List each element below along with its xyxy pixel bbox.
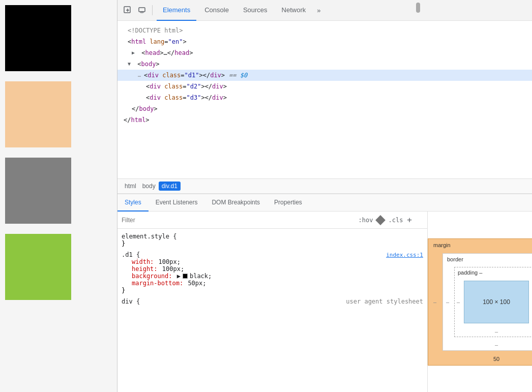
tree-line-html-close[interactable]: </html>	[117, 114, 532, 126]
prop-margin-bottom-val[interactable]: 50px;	[184, 280, 206, 287]
tab-network[interactable]: Network	[276, 0, 312, 21]
d3-end: >	[223, 93, 227, 103]
prop-height: height: 100px;	[132, 265, 423, 273]
tree-line-d1[interactable]: … <div class="d1"></div> == $0	[117, 70, 532, 81]
bm-padding-label: padding –	[458, 269, 482, 276]
inspect-element-icon[interactable]	[122, 4, 134, 16]
d1-eq-label: ==	[229, 70, 240, 80]
bm-padding-left: –	[457, 299, 460, 305]
tree-line-head[interactable]: ▶ <head>…</head>	[117, 47, 532, 58]
swatch-gray	[5, 158, 71, 224]
elements-panel: <!DOCTYPE html> <html lang="en"> ▶ <head…	[117, 21, 532, 392]
filter-diamond-icon[interactable]	[376, 215, 386, 225]
bm-border-label: border	[447, 256, 463, 262]
breadcrumb-div-d1[interactable]: div.d1	[159, 182, 181, 191]
breadcrumb-body[interactable]: body	[139, 182, 159, 191]
prop-width-name[interactable]: width:	[132, 258, 154, 265]
prop-margin-bottom-name[interactable]: margin-bottom:	[132, 280, 183, 287]
d1-dollar: $0	[240, 70, 247, 80]
html-tree: <!DOCTYPE html> <html lang="en"> ▶ <head…	[117, 21, 532, 178]
rule-element-style-selector[interactable]: element.style {	[122, 233, 176, 240]
breadcrumb-html[interactable]: html	[122, 182, 139, 191]
toolbar-separator-1	[152, 5, 153, 15]
styles-tab-styles[interactable]: Styles	[117, 194, 149, 212]
swatch-peach	[5, 81, 71, 147]
rule-d1-source[interactable]: index.css:1	[386, 252, 423, 258]
html-attr-lang: lang	[146, 37, 164, 47]
bm-padding-bottom: –	[495, 328, 498, 335]
filter-hov-button[interactable]: :hov	[359, 217, 373, 224]
d3-open: <	[146, 93, 150, 103]
body-open: <	[134, 59, 141, 69]
rule-ua: div { user agent stylesheet	[122, 298, 423, 305]
prop-height-name[interactable]: height:	[132, 265, 158, 273]
prop-height-val[interactable]: 100px;	[159, 265, 185, 273]
tree-line-d2[interactable]: <div class="d2"></div>	[117, 81, 532, 92]
filter-add-button[interactable]: +	[407, 215, 412, 225]
body-close-name: body	[139, 104, 154, 114]
tree-line-body[interactable]: ▼ <body>	[117, 58, 532, 70]
tab-more[interactable]: »	[314, 7, 323, 14]
tab-sources[interactable]: Sources	[237, 0, 274, 21]
d2-open: <	[146, 81, 150, 92]
devtools-panel: Elements Console Sources Network » ⋮ ✕ <…	[117, 0, 532, 392]
bm-margin-label: margin	[433, 242, 451, 248]
styles-tab-properties[interactable]: Properties	[267, 194, 309, 212]
d1-open: <	[144, 70, 147, 80]
tab-console-label: Console	[204, 6, 229, 14]
tab-elements[interactable]: Elements	[157, 0, 196, 21]
rule-d1-close: }	[122, 287, 423, 294]
styles-tab-event-listeners[interactable]: Event Listeners	[149, 194, 205, 212]
tab-sources-label: Sources	[243, 6, 268, 14]
rule-d1-header: .d1 { index.css:1	[122, 251, 423, 258]
bm-margin-bottom-val: 50	[493, 356, 499, 362]
filter-input[interactable]	[122, 217, 354, 224]
d2-eq: =	[183, 81, 186, 92]
tree-line-d3[interactable]: <div class="d3"></div>	[117, 92, 532, 103]
prop-background-val[interactable]: black;	[190, 273, 212, 280]
rule-d1-selector[interactable]: .d1 {	[122, 251, 140, 258]
doctype-text: <!DOCTYPE html>	[128, 25, 183, 36]
breadcrumb: html body div.d1	[117, 178, 532, 194]
tree-line-html[interactable]: <html lang="en">	[117, 36, 532, 47]
device-toolbar-icon[interactable]	[136, 4, 148, 16]
body-close-end: >	[154, 104, 157, 114]
body-close-tag: </	[132, 104, 139, 114]
d1-eq: =	[181, 70, 184, 80]
prop-background-name[interactable]: background:	[132, 273, 172, 280]
arrow-head[interactable]: ▶	[132, 48, 138, 58]
head-close-bracket: >	[189, 48, 193, 58]
color-swatches-panel	[0, 0, 117, 392]
d2-end: >	[223, 81, 227, 92]
head-close-tag: head	[174, 48, 189, 58]
rule-element-style: element.style { }	[122, 233, 423, 247]
prop-width-val[interactable]: 100px;	[155, 258, 181, 265]
d2-close-tag: div	[212, 81, 223, 92]
html-open-bracket: <	[128, 37, 131, 47]
bm-content-dimensions: 100 × 100	[483, 298, 510, 306]
swatch-black	[5, 5, 71, 71]
d1-dots: …	[138, 70, 144, 80]
bm-padding-box: padding – – – – 100 × 100	[454, 267, 532, 337]
d1-tag: div	[147, 70, 159, 80]
d1-end: >	[221, 70, 225, 80]
arrow-placeholder-html	[122, 37, 128, 47]
arrow-placeholder	[122, 25, 128, 36]
tab-elements-label: Elements	[163, 6, 190, 14]
d1-attr-class: class	[159, 70, 181, 80]
tree-line-body-close[interactable]: </body>	[117, 103, 532, 114]
devtools-toolbar: Elements Console Sources Network » ⋮ ✕	[117, 0, 532, 21]
d1-close-tag: div	[210, 70, 221, 80]
background-color-swatch[interactable]	[183, 274, 188, 279]
head-dots: >…</	[160, 48, 174, 58]
arrow-body[interactable]: ▼	[128, 59, 134, 69]
tree-line-doctype[interactable]: <!DOCTYPE html>	[117, 25, 532, 36]
tab-console[interactable]: Console	[198, 0, 235, 21]
rule-ua-source: user agent stylesheet	[346, 298, 423, 305]
rule-ua-selector[interactable]: div {	[122, 298, 140, 305]
filter-cls-button[interactable]: .cls	[388, 217, 403, 224]
styles-tab-dom-breakpoints[interactable]: DOM Breakpoints	[204, 194, 267, 212]
styles-tabs: Styles Event Listeners DOM Breakpoints P…	[117, 194, 532, 212]
html-tag-name: html	[131, 37, 146, 47]
html-attr-val: "en"	[168, 37, 183, 47]
